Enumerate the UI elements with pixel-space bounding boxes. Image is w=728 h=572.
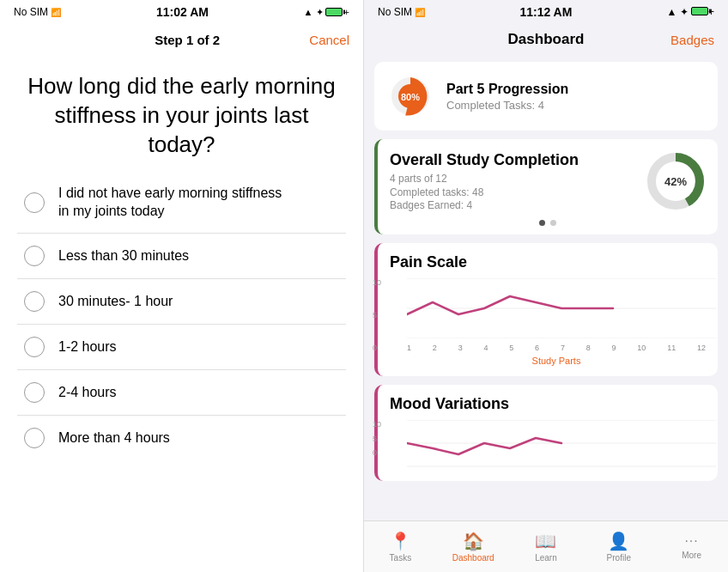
left-status-bar: No SIM 📶 11:02 AM ▲ ✦ + — [0, 0, 363, 24]
option-30-60-label: 30 minutes- 1 hour — [58, 293, 173, 311]
left-carrier: No SIM 📶 — [14, 6, 61, 18]
tasks-label: Tasks — [390, 553, 412, 563]
dashboard-icon: 🏠 — [463, 531, 484, 551]
mood-chart-svg — [407, 420, 716, 467]
mood-chart-area: 10 5 0 — [390, 420, 706, 471]
radio-no-stiffness[interactable] — [24, 192, 45, 213]
radio-more-4[interactable] — [24, 428, 45, 448]
left-nav-bar: Step 1 of 2 Cancel — [0, 24, 363, 55]
question-area: How long did the early morning stiffness… — [0, 55, 363, 173]
tab-dashboard[interactable]: 🏠 Dashboard — [447, 531, 499, 563]
option-2-4-label: 2-4 hours — [58, 384, 117, 402]
option-no-stiffness[interactable]: I did not have early morning stiffnessin… — [17, 173, 346, 234]
mood-y-labels: 10 5 0 — [373, 420, 381, 457]
radio-less-30[interactable] — [24, 246, 45, 266]
radio-1-2[interactable] — [24, 337, 45, 357]
tab-bar: 📍 Tasks 🏠 Dashboard 📖 Learn 👤 Profile ··… — [364, 520, 728, 572]
pain-x-label: Study Parts — [407, 356, 706, 366]
pain-y-max: 10 — [373, 278, 381, 287]
progression-info: Part 5 Progression Completed Tasks: 4 — [446, 82, 568, 112]
learn-label: Learn — [535, 553, 557, 563]
study-completion-card: Overall Study Completion 4 parts of 12 C… — [374, 139, 718, 234]
more-label: More — [682, 551, 701, 560]
tab-tasks[interactable]: 📍 Tasks — [374, 531, 426, 563]
dots-indicator — [390, 220, 706, 226]
dashboard-label: Dashboard — [452, 553, 494, 563]
mood-y-max: 10 — [373, 420, 381, 429]
option-no-stiffness-label: I did not have early morning stiffnessin… — [58, 185, 282, 221]
dashboard-content: 80% Part 5 Progression Completed Tasks: … — [364, 55, 728, 520]
cancel-button[interactable]: Cancel — [309, 33, 349, 47]
option-1-2-label: 1-2 hours — [58, 338, 117, 356]
right-signal: ▲ ✦ + — [666, 6, 714, 18]
step-label: Step 1 of 2 — [155, 33, 220, 47]
pain-x-axis: 123456789101112 — [407, 342, 706, 354]
option-2-4-hours[interactable]: 2-4 hours — [17, 370, 346, 416]
svg-text:80%: 80% — [401, 92, 420, 102]
option-less-30[interactable]: Less than 30 minutes — [17, 234, 346, 279]
tab-more[interactable]: ··· More — [666, 533, 718, 560]
right-status-bar: No SIM 📶 11:12 AM ▲ ✦ + — [364, 0, 728, 24]
option-more-4[interactable]: More than 4 hours — [17, 416, 346, 460]
progression-card: 80% Part 5 Progression Completed Tasks: … — [374, 62, 718, 131]
mood-title: Mood Variations — [390, 395, 706, 413]
profile-icon: 👤 — [608, 531, 629, 551]
dashboard-title: Dashboard — [508, 31, 585, 48]
learn-icon: 📖 — [535, 531, 556, 551]
right-carrier: No SIM 📶 — [378, 6, 425, 18]
pain-scale-title: Pain Scale — [390, 253, 706, 271]
more-icon: ··· — [684, 533, 698, 549]
pain-chart-area: 10 5 0 123456789101112 Study Parts — [390, 278, 706, 366]
tab-learn[interactable]: 📖 Learn — [520, 531, 572, 563]
profile-label: Profile — [607, 553, 631, 563]
right-panel: No SIM 📶 11:12 AM ▲ ✦ + Dashboard Badges… — [364, 0, 728, 572]
pain-y-labels: 10 5 0 — [373, 278, 381, 352]
mood-variations-card: Mood Variations 10 5 0 — [374, 385, 718, 481]
question-text: How long did the early morning stiffness… — [26, 72, 337, 159]
mood-y-mid: 5 — [373, 435, 381, 443]
option-30-60[interactable]: 30 minutes- 1 hour — [17, 279, 346, 325]
tab-profile[interactable]: 👤 Profile — [593, 531, 645, 563]
mood-y-min: 0 — [373, 448, 381, 457]
left-panel: No SIM 📶 11:02 AM ▲ ✦ + Step 1 of 2 Canc… — [0, 0, 364, 572]
progression-pie: 80% — [386, 72, 434, 120]
pain-y-min: 0 — [373, 344, 381, 352]
radio-2-4[interactable] — [24, 382, 45, 403]
study-donut: 42% — [646, 151, 706, 211]
option-more-4-label: More than 4 hours — [58, 429, 170, 447]
left-time: 11:02 AM — [156, 5, 209, 19]
svg-text:42%: 42% — [664, 175, 687, 188]
progression-subtitle: Completed Tasks: 4 — [446, 99, 568, 112]
options-list: I did not have early morning stiffnessin… — [0, 173, 363, 572]
pain-y-mid: 5 — [373, 311, 381, 319]
left-signal: ▲ ✦ + — [304, 7, 349, 18]
pain-chart-svg — [407, 278, 716, 338]
right-nav-bar: Dashboard Badges — [364, 24, 728, 55]
dot-1 — [539, 220, 545, 226]
radio-30-60[interactable] — [24, 291, 45, 312]
pain-scale-card: Pain Scale 10 5 0 1234567891011 — [374, 243, 718, 376]
option-less-30-label: Less than 30 minutes — [58, 247, 189, 265]
badges-button[interactable]: Badges — [663, 33, 714, 47]
option-1-2-hours[interactable]: 1-2 hours — [17, 325, 346, 370]
right-time: 11:12 AM — [519, 5, 572, 19]
tasks-icon: 📍 — [390, 531, 411, 551]
progression-title: Part 5 Progression — [446, 82, 568, 97]
dot-2 — [550, 220, 556, 226]
